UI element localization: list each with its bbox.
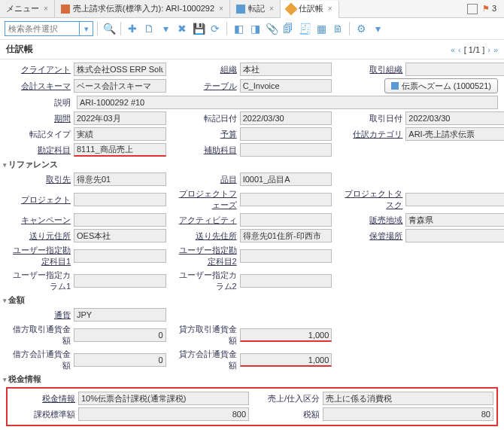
label-user1[interactable]: ユーザー指定勘定科目1 — [6, 245, 71, 267]
label-org[interactable]: 組織 — [172, 64, 237, 75]
pager-position: [ 1/1 ] — [464, 45, 485, 54]
field-tax-info — [78, 392, 249, 405]
field-date-acct — [240, 111, 332, 125]
field-table — [240, 79, 332, 93]
field-dr-src — [74, 328, 166, 342]
section-tax[interactable]: 税金情報 — [3, 374, 498, 385]
label-journal-cat[interactable]: 仕訳カテゴリ — [338, 129, 402, 140]
label-posting-type: 転記タイプ — [6, 129, 71, 140]
label-budget[interactable]: 予算 — [172, 129, 237, 140]
label-user2[interactable]: ユーザー指定勘定科目2 — [172, 245, 237, 267]
tool-icon[interactable]: ◨ — [247, 21, 263, 36]
tab-label: 売上請求伝票(標準入力): ARI-1000292 — [73, 3, 214, 14]
tab-menu[interactable]: メニュー× — [0, 0, 55, 17]
draft-icon[interactable]: 🗋 — [141, 21, 156, 36]
label-sales-region[interactable]: 販売地域 — [338, 215, 402, 226]
field-user2 — [240, 249, 332, 263]
process-icon[interactable]: ⚙ — [354, 21, 369, 36]
section-amount[interactable]: 金額 — [3, 294, 498, 306]
dropdown-icon[interactable]: ▾ — [370, 21, 385, 36]
field-user-col1 — [74, 274, 166, 288]
field-loc-from — [74, 229, 166, 242]
new-icon[interactable]: ✚ — [125, 21, 140, 36]
pager-last-icon[interactable]: » — [493, 45, 498, 54]
tool-icon[interactable]: 🧾 — [297, 21, 312, 36]
label-table[interactable]: テーブル — [172, 81, 237, 92]
label-project-task[interactable]: プロジェクトタスク — [338, 188, 402, 211]
zoom-voucher-button[interactable]: 伝票へズーム (1000521) — [384, 78, 498, 93]
refresh-icon[interactable]: ⟳ — [208, 21, 223, 36]
field-loc-to — [240, 229, 332, 242]
pager-first-icon[interactable]: « — [451, 45, 455, 54]
label-loc-to[interactable]: 送り先住所 — [172, 230, 237, 242]
doc-icon — [61, 5, 70, 14]
field-sub-account — [240, 143, 332, 157]
label-period[interactable]: 期間 — [6, 113, 71, 124]
field-bp — [74, 172, 166, 186]
tab-invoice[interactable]: 売上請求伝票(標準入力): ARI-1000292× — [55, 0, 230, 17]
report-icon[interactable]: 🗎 — [330, 21, 345, 36]
label-bp[interactable]: 取引先 — [6, 174, 71, 185]
search-button[interactable]: 🔍 — [102, 21, 117, 36]
field-cr-acct — [240, 353, 332, 367]
label-cr-src: 貸方取引通貨金額 — [172, 324, 237, 346]
label-date-trx: 取引日付 — [338, 113, 402, 124]
label-project[interactable]: プロジェクト — [6, 194, 71, 206]
combo-dropdown-button[interactable]: ▾ — [80, 21, 93, 36]
grid-icon[interactable]: ▦ — [314, 21, 329, 36]
label-project-phase[interactable]: プロジェクトフェーズ — [172, 188, 237, 211]
label-product[interactable]: 品目 — [172, 174, 237, 185]
label-trx-org[interactable]: 取引組織 — [338, 64, 402, 75]
label-schema[interactable]: 会計スキーマ — [6, 81, 71, 92]
label-currency[interactable]: 通貨 — [6, 310, 71, 321]
label-cr-acct: 貸方会計通貨金額 — [172, 349, 237, 371]
search-criteria-input[interactable] — [5, 21, 80, 36]
label-account[interactable]: 勘定科目 — [6, 145, 71, 156]
tool-icon[interactable]: ◧ — [231, 21, 246, 36]
field-period — [74, 111, 166, 125]
tab-label: 転記 — [248, 3, 265, 14]
label-campaign[interactable]: キャンペーン — [6, 215, 71, 226]
notification-flag[interactable]: ⚑ 3 — [482, 4, 496, 14]
label-tax-info[interactable]: 税金情報 — [11, 393, 75, 404]
book-icon — [236, 5, 245, 14]
dropdown-icon[interactable]: ▾ — [158, 21, 173, 36]
tool-icon[interactable]: 🗐 — [281, 21, 296, 36]
tab-post[interactable]: 転記× — [230, 0, 281, 17]
label-client[interactable]: クライアント — [6, 64, 71, 75]
field-client — [74, 63, 166, 76]
field-currency — [74, 308, 166, 322]
field-posting-type — [74, 127, 166, 141]
field-project-task — [405, 193, 504, 206]
search-criteria-combo[interactable]: ▾ — [5, 21, 93, 36]
label-tax-amt: 税額 — [255, 409, 320, 420]
field-campaign — [74, 213, 166, 227]
close-icon[interactable]: × — [269, 5, 274, 13]
field-tax-base — [78, 407, 249, 421]
label-sub-account[interactable]: 補助科目 — [172, 145, 237, 156]
field-project-phase — [240, 193, 332, 206]
field-user1 — [74, 249, 166, 263]
pager-prev-icon[interactable]: ‹ — [458, 45, 461, 54]
field-activity — [240, 213, 332, 227]
close-icon[interactable]: × — [44, 5, 48, 13]
field-sales-region — [405, 213, 504, 227]
label-user-col2: ユーザー指定カラム2 — [172, 270, 237, 292]
section-reference[interactable]: リファレンス — [3, 159, 498, 170]
home-icon[interactable] — [467, 4, 478, 14]
label-loc-from[interactable]: 送り元住所 — [6, 230, 71, 242]
pager-next-icon[interactable]: › — [487, 45, 490, 54]
field-desc — [77, 96, 498, 109]
toolbar: ▾ 🔍 ✚ 🗋 ▾ ✖ 💾 ⟳ ◧ ◨ 📎 🗐 🧾 ▦ 🗎 ⚙ ▾ — [0, 18, 504, 40]
label-user-col1: ユーザー指定カラム1 — [6, 270, 71, 292]
page-title: 仕訳帳 — [6, 43, 33, 56]
attach-icon[interactable]: 📎 — [264, 21, 279, 36]
label-dr-acct: 借方会計通貨金額 — [6, 349, 71, 371]
close-icon[interactable]: × — [328, 5, 332, 13]
delete-icon[interactable]: ✖ — [175, 21, 190, 36]
save-icon[interactable]: 💾 — [191, 21, 206, 36]
close-icon[interactable]: × — [219, 5, 223, 13]
tab-journal[interactable]: 仕訳帳× — [281, 1, 339, 18]
label-warehouse[interactable]: 保管場所 — [338, 230, 402, 242]
label-activity[interactable]: アクティビティ — [172, 215, 237, 226]
